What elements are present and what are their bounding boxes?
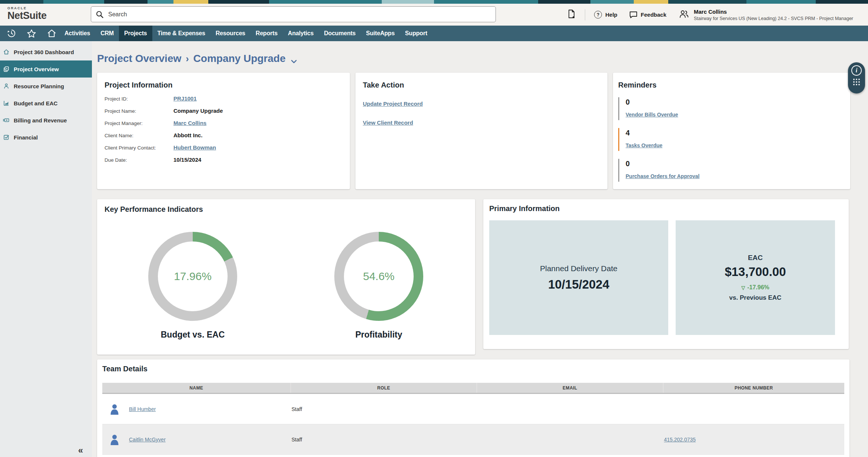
field-label: Project Name: (105, 108, 173, 114)
nav-tab-resources[interactable]: Resources (211, 26, 251, 41)
reminders-card: Reminders 0 Vendor Bills Overdue 4 Tasks… (613, 73, 850, 189)
nav-tab-projects[interactable]: Projects (119, 26, 152, 41)
field-project-id: Project ID: PRJ1001 (105, 95, 342, 102)
tile-label: EAC (748, 254, 763, 262)
sidebar-item-resource-planning[interactable]: Resource Planning (0, 78, 92, 95)
home-icon[interactable] (47, 29, 56, 38)
budget-chart-icon (3, 100, 9, 106)
primary-information-title: Primary Information (489, 204, 843, 213)
tile-value: $13,700.00 (725, 265, 786, 279)
sidebar: Project 360 Dashboard Project Overview R… (0, 41, 92, 457)
delta-value: -17.96% (747, 284, 769, 291)
recent-records-icon[interactable] (7, 29, 16, 38)
donut-value: 54.6% (334, 232, 423, 321)
column-header-phone[interactable]: PHONE NUMBER (663, 383, 844, 393)
eac-tile: EAC $13,700.00 ▽ -17.96% vs. Previous EA… (676, 220, 835, 335)
netsuite-logo-text: NetSuite (7, 11, 47, 21)
profitability-donut-chart: 54.6% (334, 232, 423, 321)
nav-tab-documents[interactable]: Documents (319, 26, 361, 41)
netsuite-logo[interactable]: ORACLE NetSuite (7, 7, 47, 21)
resource-planning-icon (3, 83, 9, 89)
oracle-logo-text: ORACLE (7, 7, 47, 10)
client-contact-link[interactable]: Hubert Bowman (173, 144, 216, 151)
tasks-overdue-link[interactable]: Tasks Overdue (626, 142, 662, 148)
user-role: Stairway for Services US (New Leading) 2… (694, 16, 866, 21)
role-cell: Staff (291, 406, 477, 412)
field-project-name: Project Name: Company Upgrade (105, 108, 342, 114)
billing-icon (3, 117, 9, 123)
field-label: Client Primary Contact: (105, 145, 173, 151)
vendor-bills-overdue-link[interactable]: Vendor Bills Overdue (626, 112, 678, 118)
grid-dots-icon[interactable] (853, 79, 860, 85)
sidebar-item-project-360-dashboard[interactable]: Project 360 Dashboard (0, 43, 92, 60)
search-placeholder: Search (108, 11, 127, 18)
budget-vs-eac-gauge: 17.96% Budget vs. EAC (148, 232, 237, 340)
search-icon (96, 11, 103, 18)
dashboard-icon (3, 49, 9, 55)
person-icon (110, 434, 119, 445)
sidebar-item-label: Billing and Revenue (14, 117, 67, 124)
field-client-name: Client Name: Abbott Inc. (105, 132, 342, 138)
sidebar-item-budget-and-eac[interactable]: Budget and EAC (0, 95, 92, 112)
reminder-count: 0 (626, 98, 678, 106)
sidebar-collapse-button[interactable]: « (78, 445, 83, 456)
help-label: Help (605, 11, 617, 18)
field-label: Project ID: (105, 96, 173, 102)
reminder-count: 0 (626, 160, 699, 168)
column-header-email[interactable]: EMAIL (477, 383, 663, 393)
nav-tab-crm[interactable]: CRM (95, 26, 119, 41)
reminder-count: 4 (626, 129, 662, 137)
tile-value: 10/15/2024 (548, 277, 609, 292)
feedback-button[interactable]: Feedback (629, 11, 666, 19)
browser-background-strip (0, 0, 868, 4)
view-client-record-link[interactable]: View Client Record (363, 119, 600, 126)
table-row: Bill Humber Staff (102, 394, 844, 424)
reminder-vendor-bills: 0 Vendor Bills Overdue (618, 97, 845, 120)
team-member-link[interactable]: Caitlin McGyver (129, 437, 166, 443)
project-manager-link[interactable]: Marc Collins (173, 120, 206, 126)
phone-link[interactable]: 415.202.0735 (664, 437, 696, 443)
column-header-name[interactable]: NAME (102, 383, 291, 393)
purchase-orders-approval-link[interactable]: Purchase Orders for Approval (626, 173, 699, 179)
reminder-purchase-orders: 0 Purchase Orders for Approval (618, 159, 845, 182)
sidebar-item-billing-and-revenue[interactable]: Billing and Revenue (0, 112, 92, 129)
field-label: Client Name: (105, 133, 173, 138)
chevron-down-icon[interactable] (291, 54, 297, 66)
sidebar-item-label: Financial (14, 134, 38, 141)
field-label: Project Manager: (105, 121, 173, 126)
nav-tab-analytics[interactable]: Analytics (283, 26, 319, 41)
sidebar-item-project-overview[interactable]: Project Overview (0, 60, 92, 78)
info-icon[interactable]: i (851, 65, 862, 76)
breadcrumb-current[interactable]: Company Upgrade (193, 53, 286, 65)
team-member-link[interactable]: Bill Humber (129, 406, 156, 412)
feedback-label: Feedback (641, 11, 666, 18)
role-cell: Staff (291, 437, 477, 443)
help-button[interactable]: ? Help (594, 11, 617, 19)
nav-tab-support[interactable]: Support (400, 26, 433, 41)
search-input[interactable]: Search (91, 6, 496, 22)
nav-tab-activities[interactable]: Activities (59, 26, 95, 41)
breadcrumb: Project Overview › Company Upgrade (97, 52, 868, 65)
shortcuts-star-icon[interactable] (27, 29, 36, 38)
column-header-role[interactable]: ROLE (291, 383, 477, 393)
budget-vs-eac-donut-chart: 17.96% (148, 232, 237, 321)
profitability-gauge: 54.6% Profitability (334, 232, 423, 340)
topbar: ORACLE NetSuite Search ? Help Feedback (0, 4, 868, 26)
kpi-title: Key Performance Indicators (105, 205, 468, 214)
field-value: Company Upgrade (173, 108, 223, 114)
take-action-title: Take Action (363, 81, 600, 89)
field-client-primary-contact: Client Primary Contact: Hubert Bowman (105, 144, 342, 151)
create-document-icon[interactable] (567, 9, 576, 20)
breadcrumb-parent[interactable]: Project Overview (97, 53, 181, 65)
nav-tab-reports[interactable]: Reports (251, 26, 283, 41)
field-value: Abbott Inc. (173, 132, 202, 138)
sidebar-item-financial[interactable]: Financial (0, 129, 92, 146)
user-roles-icon[interactable] (679, 10, 689, 20)
user-menu[interactable]: Marc Collins Stairway for Services US (N… (694, 9, 866, 21)
nav-tab-time-expenses[interactable]: Time & Expenses (152, 26, 211, 41)
project-id-link[interactable]: PRJ1001 (173, 95, 197, 102)
update-project-record-link[interactable]: Update Project Record (363, 101, 600, 107)
nav-tab-suiteapps[interactable]: SuiteApps (361, 26, 400, 41)
team-details-card: Team Details NAME ROLE EMAIL PHONE NUMBE… (97, 359, 849, 457)
feedback-icon (629, 11, 637, 19)
